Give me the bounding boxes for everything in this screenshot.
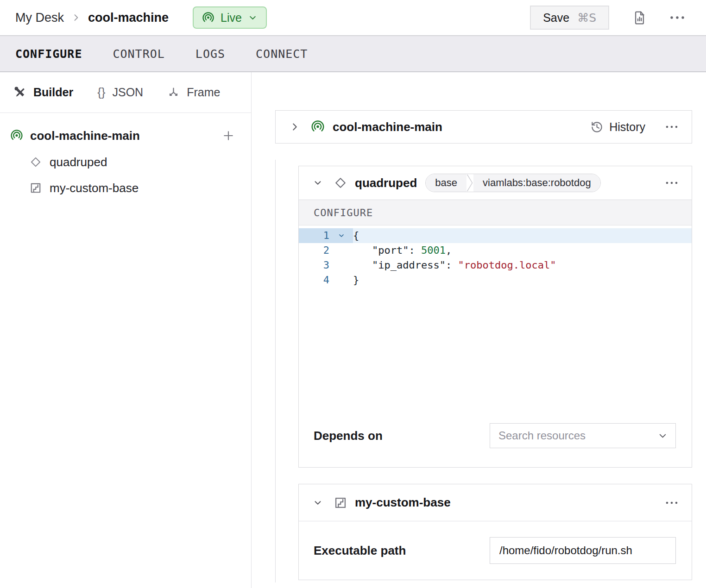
view-builder[interactable]: Builder <box>14 86 73 99</box>
fold-chevron-down-icon <box>338 232 345 239</box>
tree-item-machine-part[interactable]: cool-machine-main <box>0 122 251 149</box>
breadcrumb-chevron-icon <box>71 13 81 22</box>
chevron-down-icon <box>657 431 668 441</box>
quadruped-component-card: quadruped base viamlabs:base:robotdog CO… <box>298 166 692 468</box>
tree-item-label: cool-machine-main <box>30 129 221 143</box>
code-line[interactable]: 2 "port": 5001, <box>299 243 692 258</box>
machine-metrics-button[interactable] <box>632 11 647 25</box>
line-number: 4 <box>299 273 329 288</box>
line-number: 3 <box>299 258 329 273</box>
line-number: 2 <box>299 243 329 258</box>
base-diamond-icon <box>334 176 347 189</box>
save-shortcut: ⌘S <box>577 11 596 25</box>
depends-on-label: Depends on <box>314 429 383 443</box>
gutter: 1 <box>299 228 353 243</box>
builder-tools-icon <box>14 86 26 99</box>
module-card: my-custom-base Executable path <box>298 484 692 580</box>
chevron-down-icon <box>248 13 258 23</box>
resource-tree: cool-machine-main quadruped my-custom-ba… <box>0 113 251 201</box>
live-broadcast-icon <box>311 120 325 134</box>
configure-section-header: CONFIGURE <box>299 200 692 225</box>
component-model: viamlabs:base:robotdog <box>473 174 600 192</box>
badge-separator <box>466 174 473 192</box>
collapse-chevron-down-icon[interactable] <box>313 498 323 508</box>
component-type: base <box>426 174 466 192</box>
tab-configure[interactable]: CONFIGURE <box>15 47 82 61</box>
module-icon <box>334 496 347 509</box>
ellipsis-icon <box>666 181 678 184</box>
view-builder-label: Builder <box>33 86 73 99</box>
component-title: quadruped <box>355 176 417 190</box>
code-line[interactable]: 1 { <box>299 228 692 243</box>
module-icon <box>30 182 42 194</box>
configure-section-label: CONFIGURE <box>314 207 373 219</box>
machine-tab-bar: CONFIGURE CONTROL LOGS CONNECT <box>0 35 706 72</box>
tree-item-my-custom-base[interactable]: my-custom-base <box>0 175 251 201</box>
executable-path-input[interactable] <box>490 537 676 564</box>
configure-main-panel: cool-machine-main History <box>252 72 706 588</box>
tree-item-label: my-custom-base <box>50 181 139 195</box>
live-broadcast-icon <box>10 129 23 142</box>
breadcrumb-current: cool-machine <box>88 11 169 25</box>
tab-control[interactable]: CONTROL <box>113 47 164 61</box>
tree-indent-line <box>275 160 276 582</box>
module-title: my-custom-base <box>355 495 451 510</box>
executable-path-label: Executable path <box>314 544 406 558</box>
config-view-switcher: Builder {} JSON Frame <box>0 72 251 113</box>
ellipsis-icon <box>666 125 678 128</box>
gutter: 3 <box>299 258 353 273</box>
header-more-menu[interactable] <box>670 16 685 19</box>
code-line[interactable]: 3 "ip_address": "robotdog.local" <box>299 258 692 273</box>
history-button[interactable]: History <box>591 120 645 134</box>
line-number: 1 <box>299 228 329 243</box>
module-more-menu[interactable] <box>666 501 678 504</box>
configure-sidebar: Builder {} JSON Frame <box>0 72 252 588</box>
component-more-menu[interactable] <box>666 181 678 184</box>
gutter: 2 <box>299 243 353 258</box>
component-type-model-badge: base viamlabs:base:robotdog <box>425 174 600 192</box>
history-label: History <box>609 120 645 134</box>
expand-chevron-right-icon[interactable] <box>290 122 300 132</box>
breadcrumb-root[interactable]: My Desk <box>15 11 64 25</box>
status-label: Live <box>221 11 242 25</box>
base-diamond-icon <box>30 156 42 168</box>
code-line[interactable]: 4 } <box>299 273 692 288</box>
view-frame[interactable]: Frame <box>167 86 220 99</box>
live-broadcast-icon <box>202 12 214 24</box>
ellipsis-icon <box>666 501 678 504</box>
fold-toggle[interactable] <box>329 228 353 243</box>
tab-connect[interactable]: CONNECT <box>256 47 308 61</box>
ellipsis-icon <box>670 16 685 19</box>
frame-axes-icon <box>167 86 180 99</box>
save-button[interactable]: Save ⌘S <box>530 6 609 30</box>
tree-item-quadruped[interactable]: quadruped <box>0 149 251 175</box>
executable-path-row: Executable path <box>299 521 692 580</box>
attributes-json-editor[interactable]: 1 { 2 "port": 5001, 3 <box>299 225 692 288</box>
top-bar: My Desk cool-machine Live Save ⌘S <box>0 0 706 35</box>
view-json[interactable]: {} JSON <box>97 85 143 100</box>
depends-on-select[interactable] <box>490 423 676 448</box>
search-resources-input[interactable] <box>498 429 657 442</box>
collapse-chevron-down-icon[interactable] <box>313 178 323 188</box>
machine-part-title: cool-machine-main <box>333 120 442 134</box>
gutter: 4 <box>299 273 353 288</box>
machine-part-more-menu[interactable] <box>666 125 678 128</box>
json-braces-icon: {} <box>97 85 105 100</box>
machine-part-card: cool-machine-main History <box>275 110 692 144</box>
view-json-label: JSON <box>113 86 144 99</box>
tab-logs[interactable]: LOGS <box>195 47 225 61</box>
view-frame-label: Frame <box>187 86 220 99</box>
tree-item-label: quadruped <box>50 155 107 169</box>
machine-status-dropdown[interactable]: Live <box>193 6 267 29</box>
add-component-button[interactable] <box>221 129 235 143</box>
file-chart-icon <box>632 11 647 25</box>
history-clock-icon <box>591 121 603 133</box>
depends-on-row: Depends on <box>299 421 692 450</box>
